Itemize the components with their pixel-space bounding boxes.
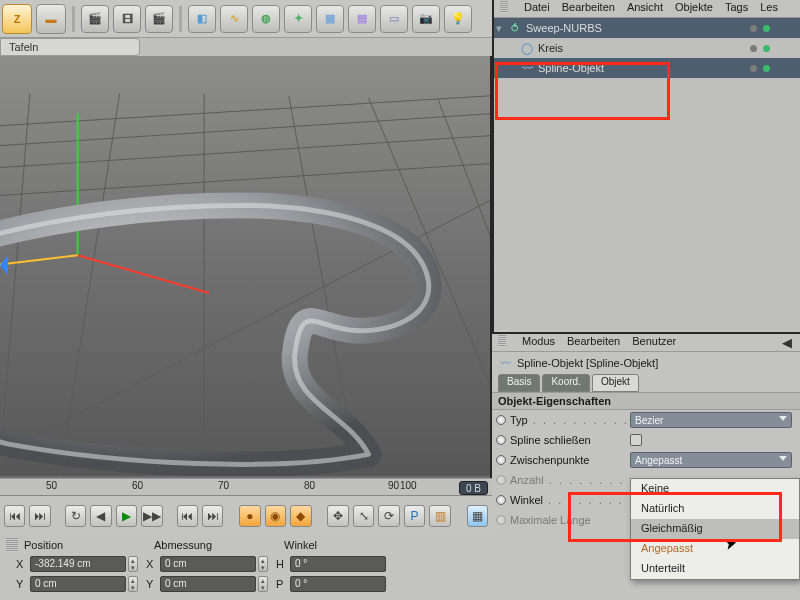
primitive-cube-icon[interactable]: ◧ — [188, 5, 216, 33]
popup-item-unterteilt[interactable]: Unterteilt — [631, 559, 799, 579]
popup-item-angepasst[interactable]: Angepasst — [631, 539, 799, 559]
back-arrow-icon[interactable]: ◀ — [782, 335, 792, 351]
light-icon[interactable]: 💡 — [444, 5, 472, 33]
move-record-icon[interactable]: ✥ — [327, 505, 348, 527]
axis-label: H — [276, 558, 290, 570]
menu-modus[interactable]: Modus — [522, 335, 555, 351]
menu-tags[interactable]: Tags — [725, 1, 748, 17]
prop-zwischenpunkte: Zwischenpunkte Angepasst — [492, 450, 800, 470]
typ-dropdown[interactable]: Bezier — [630, 412, 792, 428]
undo-icon[interactable]: Z — [2, 4, 32, 34]
stepper-icon[interactable]: ▴▾ — [128, 556, 138, 572]
tree-row-kreis[interactable]: ◯ Kreis — [494, 38, 800, 58]
position-y-field[interactable]: 0 cm — [30, 576, 126, 592]
stepper-icon[interactable]: ▴▾ — [258, 556, 268, 572]
next-frame-button[interactable]: ▶▶ — [141, 505, 162, 527]
timeline-ruler[interactable]: 50 60 70 80 90 100 0 B — [0, 478, 492, 496]
angle-h-field[interactable]: 0 ° — [290, 556, 386, 572]
prop-label: Zwischenpunkte — [510, 454, 590, 466]
clapper-icon[interactable]: 🎞 — [113, 5, 141, 33]
axis-label: X — [146, 558, 160, 570]
visibility-dot-icon[interactable] — [750, 25, 757, 32]
render-dot-icon[interactable] — [763, 45, 770, 52]
go-start-button[interactable]: ⏮ — [4, 505, 25, 527]
object-manager-menubar: Datei Bearbeiten Ansicht Objekte Tags Le… — [494, 0, 800, 18]
spline-schliessen-checkbox[interactable] — [630, 434, 642, 446]
film-icon[interactable]: 🎬 — [81, 5, 109, 33]
spline-object-icon: 〰 — [519, 60, 535, 76]
axis-label: Y — [146, 578, 160, 590]
render-region-icon[interactable]: 🎬 — [145, 5, 173, 33]
menu-objekte[interactable]: Objekte — [675, 1, 713, 17]
point-record-icon[interactable]: ▥ — [429, 505, 450, 527]
tree-row-sweep-nurbs[interactable]: ▾ ⥀ Sweep-NURBS — [494, 18, 800, 38]
stepper-icon[interactable]: ▴▾ — [128, 576, 138, 592]
menu-more[interactable]: Les — [760, 1, 778, 17]
dimension-x-field[interactable]: 0 cm — [160, 556, 256, 572]
visibility-dot-icon[interactable] — [750, 45, 757, 52]
snap-button[interactable]: ▦ — [467, 505, 488, 527]
popup-item-keine[interactable]: Keine — [631, 479, 799, 499]
keyset-button[interactable]: ◆ — [290, 505, 311, 527]
prev-frame-button[interactable]: ◀ — [90, 505, 111, 527]
disclosure-icon[interactable]: ▾ — [494, 22, 504, 35]
tree-label: Kreis — [538, 42, 563, 54]
prop-spline-schliessen: Spline schließen — [492, 430, 800, 450]
attribute-title-text: Spline-Objekt [Spline-Objekt] — [517, 357, 658, 369]
render-dot-icon[interactable] — [763, 65, 770, 72]
stepper-icon[interactable]: ▴▾ — [258, 576, 268, 592]
viewport-3d[interactable] — [0, 56, 492, 478]
next-key-button[interactable]: ⏭ — [202, 505, 223, 527]
landscape-icon[interactable]: ▭ — [380, 5, 408, 33]
coord-row: X -382.149 cm ▴▾ X 0 cm ▴▾ H 0 ° — [0, 554, 492, 574]
axis-label: X — [16, 558, 30, 570]
loop-button[interactable]: ↻ — [65, 505, 86, 527]
visibility-dot-icon[interactable] — [750, 65, 757, 72]
prop-label: Maximale Länge — [510, 514, 591, 526]
current-frame-badge[interactable]: 0 B — [459, 481, 488, 495]
attribute-title: 〰 Spline-Objekt [Spline-Objekt] — [492, 352, 800, 374]
nurbs-icon[interactable]: ◍ — [252, 5, 280, 33]
rotate-record-icon[interactable]: ⟳ — [378, 505, 399, 527]
poly-icon[interactable]: ✦ — [284, 5, 312, 33]
panel-grip-icon[interactable] — [6, 538, 18, 552]
zwischenpunkte-dropdown[interactable]: Angepasst — [630, 452, 792, 468]
tab-objekt[interactable]: Objekt — [592, 374, 639, 392]
spline-icon[interactable]: ∿ — [220, 5, 248, 33]
prev-key-button[interactable]: ⏮ — [177, 505, 198, 527]
go-end-button[interactable]: ⏭ — [29, 505, 50, 527]
render-dot-icon[interactable] — [763, 25, 770, 32]
popup-item-gleichmaessig[interactable]: Gleichmäßig — [631, 519, 799, 539]
menu-bearbeiten[interactable]: Bearbeiten — [562, 1, 615, 17]
menu-ansicht[interactable]: Ansicht — [627, 1, 663, 17]
play-button[interactable]: ▶ — [116, 505, 137, 527]
scale-record-icon[interactable]: ⤡ — [353, 505, 374, 527]
tab-basis[interactable]: Basis — [498, 374, 540, 392]
popup-item-natuerlich[interactable]: Natürlich — [631, 499, 799, 519]
position-x-field[interactable]: -382.149 cm — [30, 556, 126, 572]
menu-bearbeiten[interactable]: Bearbeiten — [567, 335, 620, 351]
angle-p-field[interactable]: 0 ° — [290, 576, 386, 592]
array-icon[interactable]: ▦ — [316, 5, 344, 33]
bullet-icon — [496, 495, 506, 505]
ruler-tick: 80 — [304, 480, 315, 491]
panel-grip-icon[interactable] — [500, 1, 508, 13]
viewport-tab[interactable]: Tafeln — [0, 38, 140, 56]
record-key-button[interactable]: ● — [239, 505, 260, 527]
prop-label: Typ — [510, 414, 528, 426]
deformer-icon[interactable]: ▤ — [348, 5, 376, 33]
viewport-canvas — [0, 56, 490, 476]
object-tree[interactable]: ▾ ⥀ Sweep-NURBS ◯ Kreis 〰 Spline-Objekt — [494, 18, 800, 330]
bullet-icon — [496, 415, 506, 425]
dimension-y-field[interactable]: 0 cm — [160, 576, 256, 592]
tree-row-spline-objekt[interactable]: 〰 Spline-Objekt — [494, 58, 800, 78]
menu-benutzer[interactable]: Benutzer — [632, 335, 676, 351]
cube-icon[interactable]: ▬ — [36, 4, 66, 34]
autokey-button[interactable]: ◉ — [265, 505, 286, 527]
tab-koord[interactable]: Koord. — [542, 374, 589, 392]
camera-icon[interactable]: 📷 — [412, 5, 440, 33]
panel-grip-icon[interactable] — [498, 335, 506, 347]
bullet-icon — [496, 455, 506, 465]
param-record-icon[interactable]: P — [404, 505, 425, 527]
menu-datei[interactable]: Datei — [524, 1, 550, 17]
